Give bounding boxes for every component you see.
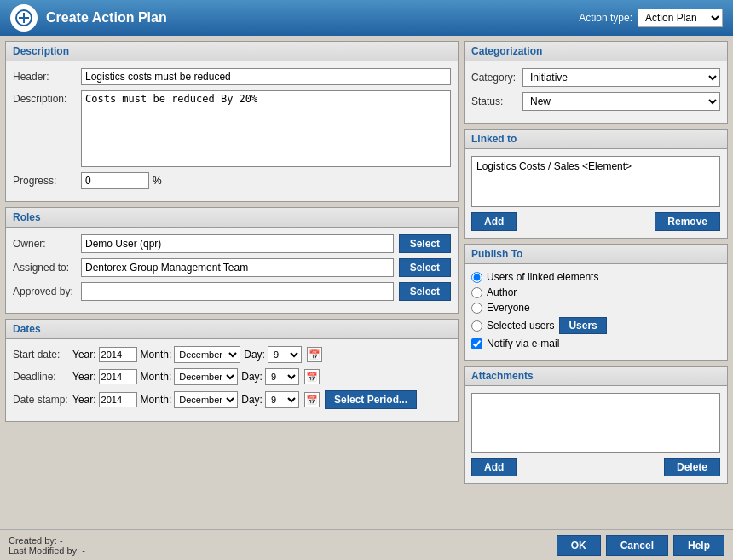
deadline-day-select[interactable]: 9 xyxy=(265,368,299,385)
deadline-calendar-icon[interactable]: 📅 xyxy=(304,369,320,384)
status-select[interactable]: New In Progress Completed Cancelled xyxy=(522,92,720,111)
approved-label: Approved by: xyxy=(13,286,81,297)
attachments-panel-title: Attachments xyxy=(465,367,727,386)
select-period-button[interactable]: Select Period... xyxy=(325,390,417,409)
approved-select-button[interactable]: Select xyxy=(399,282,451,301)
owner-input[interactable] xyxy=(81,234,394,253)
publish-selected-label: Selected users xyxy=(487,320,554,332)
linked-panel-title: Linked to xyxy=(465,130,727,149)
app-header: Create Action Plan Action type: Action P… xyxy=(0,0,733,36)
datestamp-label: Date stamp: xyxy=(13,394,72,406)
deadline-label: Deadline: xyxy=(13,371,72,383)
start-calendar-icon[interactable]: 📅 xyxy=(307,347,322,362)
dates-panel-title: Dates xyxy=(6,320,458,339)
start-day-label: Day: xyxy=(244,349,265,361)
categorization-panel: Categorization Category: Initiative Risk… xyxy=(464,41,728,124)
roles-panel: Roles Owner: Select Assigned to: Select … xyxy=(5,207,459,314)
linked-item: Logistics Costs / Sales <Element> xyxy=(475,159,717,173)
publish-linked-radio[interactable] xyxy=(471,272,482,283)
publish-linked-label: Users of linked elements xyxy=(487,271,598,283)
start-year-label: Year: xyxy=(72,349,96,361)
created-by-value: - xyxy=(60,535,63,546)
publish-panel: Publish To Users of linked elements Auth… xyxy=(464,244,728,361)
modified-by-label: Last Modified by: xyxy=(9,546,79,556)
page-title: Create Action Plan xyxy=(46,10,579,26)
datestamp-month-label: Month: xyxy=(141,394,172,406)
notify-checkbox[interactable] xyxy=(471,338,482,349)
linked-add-button[interactable]: Add xyxy=(471,212,517,231)
assigned-input[interactable] xyxy=(81,258,394,277)
owner-select-button[interactable]: Select xyxy=(399,234,451,253)
publish-everyone-label: Everyone xyxy=(487,302,530,314)
category-label: Category: xyxy=(471,72,522,84)
description-textarea[interactable]: Costs must be reduced By 20% xyxy=(81,90,451,167)
datestamp-calendar-icon[interactable]: 📅 xyxy=(304,392,320,407)
publish-author-radio[interactable] xyxy=(471,287,482,298)
publish-author-label: Author xyxy=(487,286,517,298)
datestamp-year-label: Year: xyxy=(72,394,96,406)
description-panel: Description Header: Description: Costs m… xyxy=(5,41,459,202)
percent-label: % xyxy=(153,175,162,187)
users-button[interactable]: Users xyxy=(559,317,606,334)
start-month-select[interactable]: December JanuaryFebruaryMarch AprilMayJu… xyxy=(174,346,240,363)
linked-remove-button[interactable]: Remove xyxy=(655,212,720,231)
datestamp-year-input[interactable] xyxy=(99,392,137,407)
approved-input[interactable] xyxy=(81,282,394,301)
attachments-panel: Attachments Add Delete xyxy=(464,366,728,484)
start-date-label: Start date: xyxy=(13,349,72,361)
deadline-month-label: Month: xyxy=(141,371,172,383)
roles-panel-title: Roles xyxy=(6,208,458,228)
publish-selected-radio[interactable] xyxy=(471,320,482,332)
deadline-day-label: Day: xyxy=(241,371,263,383)
progress-label: Progress: xyxy=(13,172,81,187)
attach-delete-button[interactable]: Delete xyxy=(664,458,720,476)
status-label: Status: xyxy=(471,95,522,107)
modified-by-value: - xyxy=(82,546,85,556)
footer: Created by: - Last Modified by: - OK Can… xyxy=(0,529,733,560)
attachments-list xyxy=(471,393,720,453)
deadline-year-label: Year: xyxy=(72,371,96,383)
progress-input[interactable] xyxy=(81,172,149,189)
linked-panel: Linked to Logistics Costs / Sales <Eleme… xyxy=(464,129,728,239)
datestamp-day-label: Day: xyxy=(241,394,263,406)
linked-list: Logistics Costs / Sales <Element> xyxy=(471,156,720,207)
publish-panel-title: Publish To xyxy=(465,245,727,264)
owner-label: Owner: xyxy=(13,238,81,250)
dates-panel: Dates Start date: Year: Month: December … xyxy=(5,319,459,422)
categorization-panel-title: Categorization xyxy=(465,42,727,61)
deadline-month-select[interactable]: December JanuaryFebruaryMarch xyxy=(174,368,238,385)
attach-add-button[interactable]: Add xyxy=(471,458,517,476)
notify-label: Notify via e-mail xyxy=(487,338,559,349)
cancel-button[interactable]: Cancel xyxy=(606,535,668,556)
description-panel-title: Description xyxy=(6,42,458,61)
action-type-select[interactable]: Action Plan Task Issue xyxy=(638,9,723,27)
header-input[interactable] xyxy=(81,68,451,85)
datestamp-day-select[interactable]: 9 xyxy=(265,391,299,408)
footer-buttons: OK Cancel Help xyxy=(557,535,724,556)
help-button[interactable]: Help xyxy=(673,535,724,556)
footer-info: Created by: - Last Modified by: - xyxy=(9,535,557,556)
datestamp-month-select[interactable]: December January xyxy=(174,391,238,408)
assigned-select-button[interactable]: Select xyxy=(399,258,451,277)
category-select[interactable]: Initiative Risk Opportunity Problem xyxy=(522,68,720,87)
ok-button[interactable]: OK xyxy=(557,535,601,556)
start-day-select[interactable]: 9 xyxy=(268,346,302,363)
assigned-label: Assigned to: xyxy=(13,262,81,274)
publish-everyone-radio[interactable] xyxy=(471,303,482,314)
start-year-input[interactable] xyxy=(99,347,137,362)
deadline-year-input[interactable] xyxy=(99,369,137,384)
created-by-label: Created by: xyxy=(9,535,57,546)
start-month-label: Month: xyxy=(141,349,172,361)
header-label: Header: xyxy=(13,68,81,83)
app-icon xyxy=(10,4,38,32)
description-label: Description: xyxy=(13,90,81,105)
action-type-label: Action type: xyxy=(579,12,632,24)
